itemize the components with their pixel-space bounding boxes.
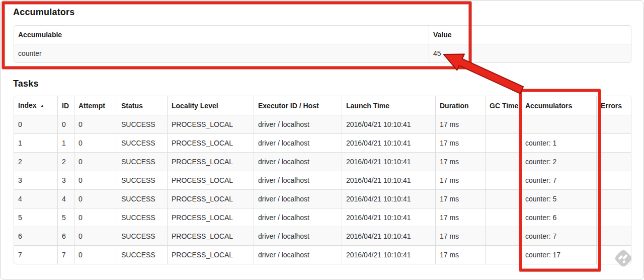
cell-errors xyxy=(596,133,631,152)
cell-gc-time xyxy=(485,208,521,227)
cell-index: 1 xyxy=(14,133,57,152)
col-header-duration[interactable]: Duration xyxy=(435,96,485,115)
cell-locality-level: PROCESS_LOCAL xyxy=(167,152,254,171)
cell-accumulable: counter xyxy=(14,44,429,62)
cell-accumulators: counter: 17 xyxy=(521,245,596,264)
cell-id: 5 xyxy=(57,208,74,227)
cell-accumulators xyxy=(521,115,596,133)
cell-errors xyxy=(596,245,631,264)
cell-duration: 17 ms xyxy=(435,115,485,133)
cell-status: SUCCESS xyxy=(117,227,167,245)
col-header-gc-time[interactable]: GC Time xyxy=(485,96,521,115)
col-header-errors[interactable]: Errors xyxy=(596,96,631,115)
col-header-value: Value xyxy=(429,26,631,44)
table-row: 330SUCCESSPROCESS_LOCALdriver / localhos… xyxy=(14,171,631,189)
cell-status: SUCCESS xyxy=(117,133,167,152)
cell-duration: 17 ms xyxy=(435,133,485,152)
cell-id: 7 xyxy=(57,245,74,264)
table-row: 550SUCCESSPROCESS_LOCALdriver / localhos… xyxy=(14,208,631,227)
col-header-id[interactable]: ID xyxy=(57,96,74,115)
table-row: counter45 xyxy=(14,44,631,62)
cell-duration: 17 ms xyxy=(435,189,485,208)
cell-index: 4 xyxy=(14,189,57,208)
col-header-launch-time[interactable]: Launch Time xyxy=(342,96,435,115)
cell-accumulators: counter: 6 xyxy=(521,208,596,227)
cell-gc-time xyxy=(485,227,521,245)
cell-gc-time xyxy=(485,189,521,208)
cell-attempt: 0 xyxy=(74,189,117,208)
cell-launch-time: 2016/04/21 10:10:41 xyxy=(342,133,435,152)
cell-locality-level: PROCESS_LOCAL xyxy=(167,245,254,264)
cell-status: SUCCESS xyxy=(117,189,167,208)
page-content: Accumulators AccumulableValue counter45 … xyxy=(14,1,630,264)
cell-id: 4 xyxy=(57,189,74,208)
cell-locality-level: PROCESS_LOCAL xyxy=(167,115,254,133)
cell-executor-id-host: driver / localhost xyxy=(254,171,342,189)
cell-attempt: 0 xyxy=(74,171,117,189)
cell-locality-level: PROCESS_LOCAL xyxy=(167,171,254,189)
cell-locality-level: PROCESS_LOCAL xyxy=(167,133,254,152)
cell-status: SUCCESS xyxy=(117,115,167,133)
cell-locality-level: PROCESS_LOCAL xyxy=(167,227,254,245)
cell-duration: 17 ms xyxy=(435,245,485,264)
cell-accumulators: counter: 7 xyxy=(521,171,596,189)
col-header-accumulators[interactable]: Accumulators xyxy=(521,96,596,115)
cell-errors xyxy=(596,152,631,171)
cell-status: SUCCESS xyxy=(117,152,167,171)
cell-launch-time: 2016/04/21 10:10:41 xyxy=(342,115,435,133)
cell-executor-id-host: driver / localhost xyxy=(254,245,342,264)
cell-executor-id-host: driver / localhost xyxy=(254,189,342,208)
cell-launch-time: 2016/04/21 10:10:41 xyxy=(342,245,435,264)
cell-index: 5 xyxy=(14,208,57,227)
cell-attempt: 0 xyxy=(74,208,117,227)
col-header-attempt[interactable]: Attempt xyxy=(74,96,117,115)
table-row: 440SUCCESSPROCESS_LOCALdriver / localhos… xyxy=(14,189,631,208)
accumulators-section-heading: Accumulators xyxy=(13,7,630,18)
cell-status: SUCCESS xyxy=(117,171,167,189)
cell-id: 1 xyxy=(57,133,74,152)
table-header-row: AccumulableValue xyxy=(14,26,631,44)
cell-launch-time: 2016/04/21 10:10:41 xyxy=(342,227,435,245)
cell-executor-id-host: driver / localhost xyxy=(254,133,342,152)
cell-executor-id-host: driver / localhost xyxy=(254,152,342,171)
cell-errors xyxy=(596,115,631,133)
col-header-status[interactable]: Status xyxy=(117,96,167,115)
cell-errors xyxy=(596,171,631,189)
cell-gc-time xyxy=(485,171,521,189)
cell-gc-time xyxy=(485,152,521,171)
cell-id: 3 xyxy=(57,171,74,189)
cell-duration: 17 ms xyxy=(435,208,485,227)
cell-executor-id-host: driver / localhost xyxy=(254,227,342,245)
col-header-executor-id-host[interactable]: Executor ID / Host xyxy=(254,96,342,115)
cell-index: 3 xyxy=(14,171,57,189)
cell-errors xyxy=(596,208,631,227)
cell-gc-time xyxy=(485,133,521,152)
cell-errors xyxy=(596,227,631,245)
cell-value: 45 xyxy=(429,44,631,62)
cell-accumulators: counter: 2 xyxy=(521,152,596,171)
cell-id: 6 xyxy=(57,227,74,245)
accumulators-table: AccumulableValue counter45 xyxy=(14,25,631,63)
cell-locality-level: PROCESS_LOCAL xyxy=(167,208,254,227)
cell-accumulators: counter: 5 xyxy=(521,189,596,208)
cell-id: 0 xyxy=(57,115,74,133)
col-header-index[interactable]: Index▲ xyxy=(14,96,57,115)
table-row: 110SUCCESSPROCESS_LOCALdriver / localhos… xyxy=(14,133,631,152)
cell-attempt: 0 xyxy=(74,133,117,152)
col-header-locality-level[interactable]: Locality Level xyxy=(167,96,254,115)
cell-index: 7 xyxy=(14,245,57,264)
cell-launch-time: 2016/04/21 10:10:41 xyxy=(342,152,435,171)
cell-status: SUCCESS xyxy=(117,245,167,264)
cell-launch-time: 2016/04/21 10:10:41 xyxy=(342,189,435,208)
table-row: 220SUCCESSPROCESS_LOCALdriver / localhos… xyxy=(14,152,631,171)
sort-ascending-icon: ▲ xyxy=(40,103,45,108)
cell-attempt: 0 xyxy=(74,245,117,264)
cell-accumulators: counter: 7 xyxy=(521,227,596,245)
cell-id: 2 xyxy=(57,152,74,171)
cell-gc-time xyxy=(485,115,521,133)
cell-attempt: 0 xyxy=(74,115,117,133)
tasks-section-heading: Tasks xyxy=(13,78,630,89)
cell-gc-time xyxy=(485,245,521,264)
col-header-accumulable: Accumulable xyxy=(14,26,429,44)
cell-duration: 17 ms xyxy=(435,152,485,171)
